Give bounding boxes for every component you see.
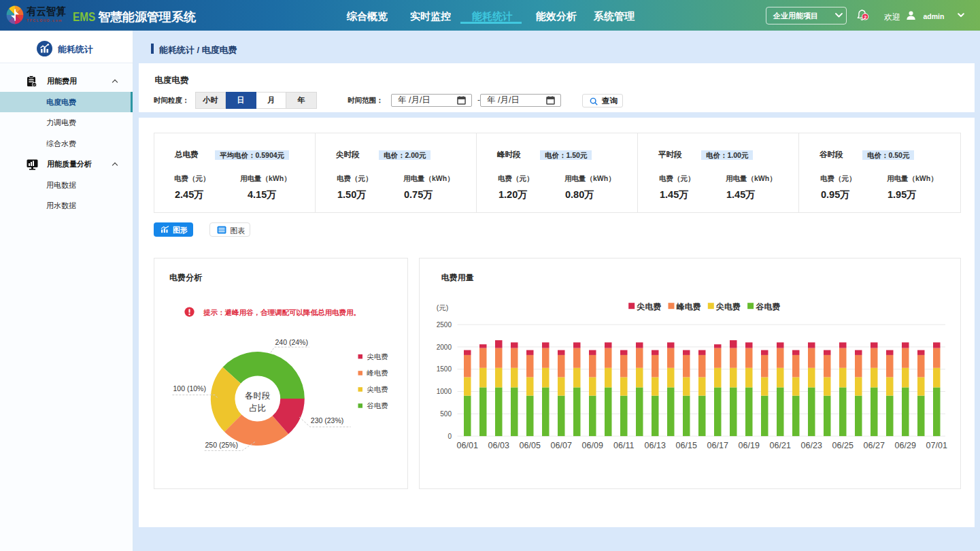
svg-text:峰电费: 峰电费	[676, 302, 701, 312]
svg-text:06/23: 06/23	[801, 441, 822, 450]
svg-text:100 (10%): 100 (10%)	[173, 384, 206, 393]
svg-text:06/09: 06/09	[582, 441, 603, 450]
svg-text:06/03: 06/03	[488, 441, 509, 450]
svg-text:(元): (元)	[437, 303, 449, 312]
svg-text:0: 0	[447, 432, 452, 439]
svg-text:06/11: 06/11	[613, 441, 634, 450]
svg-text:1500: 1500	[437, 365, 452, 373]
svg-text:06/27: 06/27	[864, 441, 885, 450]
svg-text:06/07: 06/07	[551, 441, 572, 450]
svg-text:尖电费: 尖电费	[367, 352, 388, 361]
svg-text:06/17: 06/17	[707, 441, 728, 450]
svg-text:06/29: 06/29	[895, 441, 916, 450]
svg-text:2500: 2500	[437, 320, 452, 328]
svg-text:占比: 占比	[249, 403, 266, 413]
svg-text:尖电费: 尖电费	[637, 302, 662, 312]
svg-text:峰电费: 峰电费	[367, 369, 388, 377]
svg-text:06/21: 06/21	[770, 441, 791, 450]
svg-text:1000: 1000	[437, 388, 452, 395]
svg-text:2: 2	[864, 14, 867, 20]
svg-text:06/01: 06/01	[457, 441, 478, 450]
svg-text:07/01: 07/01	[926, 441, 947, 450]
svg-text:230 (23%): 230 (23%)	[311, 416, 343, 424]
svg-text:2000: 2000	[437, 343, 452, 350]
svg-text:06/15: 06/15	[676, 441, 697, 450]
svg-text:尖电费: 尖电费	[367, 385, 388, 393]
svg-text:06/13: 06/13	[645, 441, 666, 450]
svg-text:06/05: 06/05	[520, 441, 541, 450]
svg-text:尖电费: 尖电费	[715, 302, 741, 312]
svg-text:240 (24%): 240 (24%)	[275, 338, 308, 346]
svg-text:250 (25%): 250 (25%)	[205, 440, 238, 448]
svg-text:各时段: 各时段	[245, 391, 271, 401]
svg-text:06/19: 06/19	[739, 441, 760, 450]
svg-text:谷电费: 谷电费	[755, 302, 780, 312]
svg-text:谷电费: 谷电费	[367, 401, 388, 410]
svg-text:06/25: 06/25	[832, 441, 854, 450]
svg-text:500: 500	[440, 410, 452, 418]
